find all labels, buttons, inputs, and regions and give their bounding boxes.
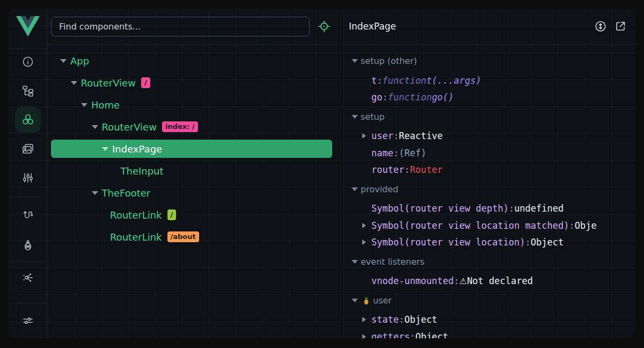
state-value: function (388, 92, 432, 103)
section-label: event listeners (361, 257, 425, 267)
collapse-toggle-icon[interactable] (92, 125, 98, 129)
section-collapse-icon[interactable] (352, 187, 358, 191)
state-row-name[interactable]: name : (Ref) (352, 144, 635, 162)
sidebar-item-options[interactable] (15, 165, 41, 191)
hexagons-icon (21, 113, 34, 126)
collapse-toggle-icon[interactable] (71, 81, 77, 85)
tree-node-indexpage-4[interactable]: IndexPage (47, 138, 339, 160)
state-row-getters[interactable]: getters : Object (352, 328, 635, 338)
state-value: Object (404, 314, 437, 325)
state-row-vnode-unmounted[interactable]: vnode-unmounted : ⚠ Not declared (352, 273, 635, 290)
collapse-toggle-icon[interactable] (92, 191, 98, 195)
expand-arrow-icon[interactable] (362, 334, 371, 338)
key-value-separator: : (410, 331, 415, 338)
sidebar (9, 9, 47, 338)
section-header[interactable]: provided (352, 181, 635, 198)
tree-node-home-2[interactable]: Home (47, 94, 339, 116)
tree-node-thefooter-6[interactable]: TheFooter (47, 182, 339, 204)
sidebar-item-pages[interactable] (15, 78, 41, 104)
collapse-toggle-icon[interactable] (102, 147, 108, 151)
state-key: name (371, 148, 393, 158)
expand-arrow-icon[interactable] (362, 240, 371, 245)
inspector-header: IndexPage (342, 9, 635, 45)
route-badge: /about (167, 231, 199, 242)
sidebar-item-graph[interactable] (15, 265, 41, 291)
section-header[interactable]: event listeners (352, 253, 635, 271)
tree-header (47, 9, 339, 45)
state-row-symbol-router-view-depth-[interactable]: Symbol(router view depth) : undefined (352, 200, 635, 218)
component-tree: AppRouterView/HomeRouterViewindex: /Inde… (47, 45, 339, 248)
state-row-user[interactable]: user : Reactive (352, 128, 635, 145)
collapse-toggle-icon[interactable] (81, 103, 87, 107)
sidebar-item-info[interactable] (15, 49, 41, 75)
section-collapse-icon[interactable] (352, 299, 358, 302)
devtools-window: AppRouterView/HomeRouterViewindex: /Inde… (9, 9, 635, 338)
state-value: function (383, 75, 427, 86)
section-collapse-icon[interactable] (352, 115, 358, 119)
section-header[interactable]: setup (other) (352, 53, 635, 70)
section-label: setup (other) (361, 56, 417, 66)
sidebar-item-router[interactable] (15, 202, 41, 228)
vertical-expand-button[interactable] (594, 19, 608, 33)
sidebar-item-assets[interactable] (15, 136, 41, 162)
state-value: Router (410, 164, 443, 175)
state-key: state (371, 314, 399, 325)
state-section-setup-other-: setup (other)t : function t(...args)go :… (352, 53, 635, 106)
state-key: router (371, 164, 404, 175)
key-value-separator: : (393, 130, 399, 141)
component-name: IndexPage (112, 143, 162, 155)
graph-icon (21, 271, 34, 284)
tree-node-app-0[interactable]: App (47, 50, 339, 72)
state-key: Symbol(router view depth) (371, 203, 509, 214)
info-icon (21, 55, 34, 68)
selected-row-highlight (51, 140, 332, 158)
sidebar-item-components[interactable] (15, 107, 41, 133)
state-row-symbol-router-view-location-[interactable]: Symbol(router view location) : Object (352, 234, 635, 251)
state-row-t[interactable]: t : function t(...args) (352, 72, 635, 89)
section-header[interactable]: setup (352, 108, 635, 126)
state-row-symbol-router-view-location-matched-[interactable]: Symbol(router view location matched) : O… (352, 217, 635, 234)
tree-node-routerview-3[interactable]: RouterViewindex: / (47, 116, 339, 138)
component-name: App (70, 55, 89, 67)
section-collapse-icon[interactable] (352, 260, 358, 264)
open-in-editor-button[interactable] (613, 19, 627, 33)
target-icon (317, 19, 331, 33)
state-row-go[interactable]: go : function go() (352, 89, 635, 106)
section-header[interactable]: user (352, 292, 635, 309)
select-component-button[interactable] (317, 19, 332, 34)
sidebar-item-pinia[interactable] (15, 232, 41, 258)
state-value: Reactive (399, 130, 443, 141)
tree-node-routerlink-7[interactable]: RouterLink/ (47, 204, 339, 226)
state-key: Symbol(router view location) (371, 237, 525, 248)
component-name: RouterView (81, 77, 136, 89)
search-input[interactable] (51, 17, 310, 37)
component-name: RouterView (102, 121, 157, 133)
sidebar-item-settings[interactable] (15, 308, 41, 334)
key-value-separator: : (393, 148, 399, 158)
hierarchy-icon (21, 84, 34, 97)
state-value: Object (531, 237, 564, 248)
route-badge: / (141, 77, 150, 88)
key-value-separator: : (382, 92, 387, 103)
inspector-panel: IndexPage setup (other)t : function t(..… (342, 9, 635, 338)
collapse-toggle-icon[interactable] (60, 59, 67, 63)
state-row-router[interactable]: router : Router (352, 162, 635, 179)
key-value-separator: : (509, 203, 514, 214)
tree-node-theinput-5[interactable]: TheInput (47, 160, 339, 182)
inspector-state: setup (other)t : function t(...args)go :… (342, 45, 635, 338)
expand-arrow-icon[interactable] (362, 223, 371, 228)
tree-node-routerlink-8[interactable]: RouterLink/about (47, 226, 339, 248)
state-key: vnode-unmounted (371, 276, 454, 286)
state-row-state[interactable]: state : Object (352, 311, 635, 329)
state-section-setup: setupuser : Reactivename : (Ref)router :… (352, 108, 635, 179)
tree-node-routerview-1[interactable]: RouterView/ (47, 72, 339, 94)
state-value: t(...args) (426, 75, 481, 86)
key-value-separator: : (399, 314, 404, 325)
section-collapse-icon[interactable] (352, 59, 358, 63)
expand-arrow-icon[interactable] (362, 133, 371, 139)
sidebar-divider (9, 262, 47, 262)
vue-logo (16, 16, 40, 37)
expand-arrow-icon[interactable] (362, 317, 371, 322)
key-value-separator: : (569, 220, 574, 231)
state-section-provided: providedSymbol(router view depth) : unde… (352, 181, 635, 251)
